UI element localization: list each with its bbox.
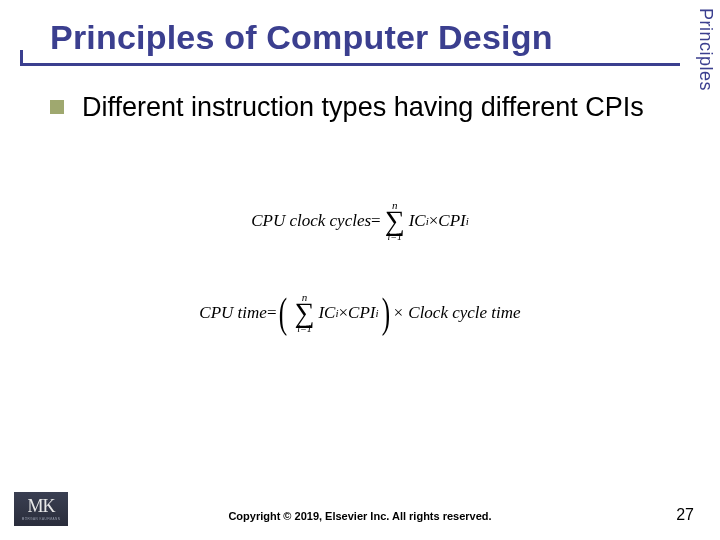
bullet-item: Different instruction types having diffe… [50, 90, 670, 125]
f1-lhs: CPU clock cycles [251, 211, 371, 231]
summation-icon: n ∑ i=1 [294, 292, 314, 334]
f2-eq: = [267, 303, 277, 323]
f1-eq: = [371, 211, 381, 231]
title-bar: Principles of Computer Design [20, 18, 680, 66]
f2-term-b: CPI [348, 303, 375, 323]
summation-icon: n ∑ i=1 [385, 200, 405, 242]
slide: Principles Principles of Computer Design… [0, 0, 720, 540]
sigma-icon: ∑ [294, 301, 314, 325]
f2-lhs: CPU time [199, 303, 267, 323]
page-number: 27 [676, 506, 694, 524]
f2-term-a: IC [318, 303, 335, 323]
f1-sum-bot: i=1 [385, 232, 405, 242]
f2-term-b-sub: i [376, 307, 379, 319]
bullet-icon [50, 100, 64, 114]
page-title: Principles of Computer Design [20, 18, 680, 57]
title-rule-tick [20, 50, 23, 66]
f1-times: × [429, 211, 439, 231]
f2-sum-bot: i=1 [294, 324, 314, 334]
formula-cpu-clock-cycles: CPU clock cycles = n ∑ i=1 ICi × CPIi [251, 200, 469, 242]
f2-tail: × Clock cycle time [393, 303, 521, 323]
formula-cpu-time: CPU time = ( n ∑ i=1 ICi × CPIi ) × Cloc… [199, 292, 520, 334]
sigma-icon: ∑ [385, 209, 405, 233]
side-tab: Principles [690, 0, 720, 150]
f2-times: × [339, 303, 349, 323]
side-tab-label: Principles [695, 8, 716, 91]
content-area: Different instruction types having diffe… [50, 90, 670, 125]
f1-term-b-sub: i [466, 215, 469, 227]
copyright-text: Copyright © 2019, Elsevier Inc. All righ… [0, 510, 720, 522]
f1-term-b: CPI [438, 211, 465, 231]
formula-block: CPU clock cycles = n ∑ i=1 ICi × CPIi CP… [0, 200, 720, 334]
bullet-text: Different instruction types having diffe… [82, 90, 644, 125]
f1-term-a: IC [409, 211, 426, 231]
